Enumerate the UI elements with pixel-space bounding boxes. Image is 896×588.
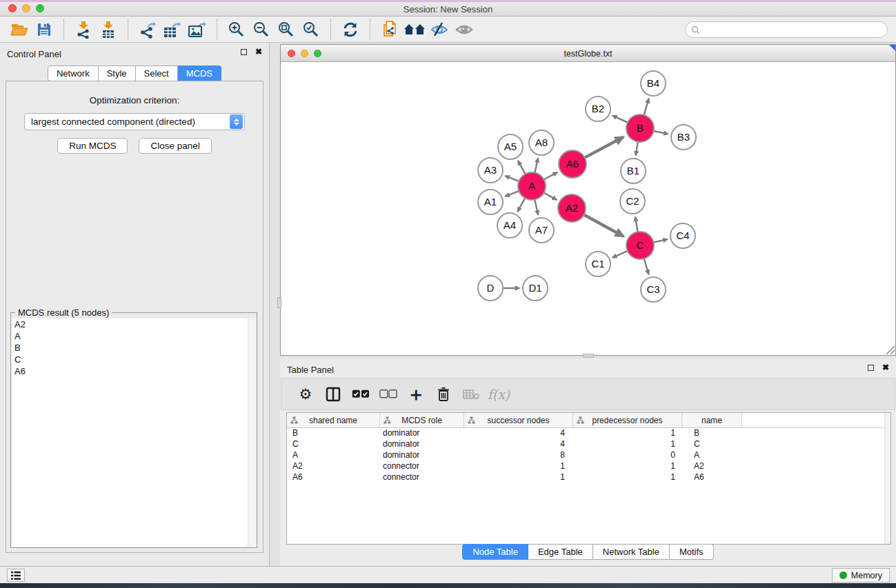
table-row[interactable]: Bdominator41B [287,428,890,439]
graph-edge-C-C3[interactable] [644,258,649,274]
mcds-result-item[interactable]: C [12,354,256,365]
zoom-fit-icon[interactable] [274,19,299,40]
graph-edge-B-B3[interactable] [654,131,668,134]
graph-node-D1[interactable]: D1 [523,276,548,301]
table-cell[interactable]: 1 [464,461,573,472]
table-cell[interactable]: dominator [380,439,464,450]
export-table-icon[interactable] [160,19,185,40]
node-table[interactable]: shared nameMCDS rolesuccessor nodesprede… [286,412,891,545]
zoom-selected-icon[interactable] [299,19,323,40]
graph-edge-A-A5[interactable] [518,161,526,174]
column-header-predecessor-nodes[interactable]: predecessor nodes [573,413,682,427]
graph-edge-A6-B[interactable] [585,137,624,158]
unselect-all-columns-icon[interactable] [377,383,400,406]
maximize-corner-icon[interactable] [889,45,895,51]
graph-node-B[interactable]: B [626,114,654,142]
table-row[interactable]: A6connector11A6 [287,472,890,483]
graph-edge-A-A7[interactable] [535,200,538,215]
graph-edge-A-A3[interactable] [505,176,519,181]
open-session-button[interactable] [7,19,32,40]
show-all-icon[interactable] [452,19,477,40]
table-cell[interactable]: connector [380,461,464,472]
graph-node-A[interactable]: A [518,172,546,200]
graph-node-D[interactable]: D [478,276,503,301]
function-builder-icon[interactable]: f(x) [487,383,510,406]
close-panel-icon[interactable]: ✖ [255,49,262,55]
run-mcds-button[interactable]: Run MCDS [57,138,128,154]
graph-edge-A2-C[interactable] [584,215,624,236]
table-cell[interactable]: C [682,439,742,450]
network-window-titlebar[interactable]: testGlobe.txt [281,45,895,62]
graph-node-B4[interactable]: B4 [641,71,666,96]
optimization-criterion-select[interactable]: largest connected component (directed) [24,113,245,130]
graph-edge-A-A8[interactable] [535,158,538,172]
import-network-icon[interactable] [71,19,96,40]
table-cell[interactable]: A2 [682,461,742,472]
splitter-handle[interactable] [583,354,594,358]
network-canvas[interactable]: B4B2BB3A8A5A6A3B1AC2A1A2A4A7C4CC1DD1C3 [281,62,895,355]
table-cell[interactable]: 1 [573,461,682,472]
refresh-view-icon[interactable] [338,19,363,40]
hide-selected-icon[interactable] [427,19,452,40]
export-network-icon[interactable] [135,19,160,40]
graph-node-A6[interactable]: A6 [559,150,586,178]
search-input[interactable] [703,25,887,34]
float-panel-icon[interactable] [868,365,874,371]
resize-grip[interactable] [886,346,895,354]
tab-style[interactable]: Style [99,65,136,81]
mcds-result-item[interactable]: B [12,342,256,354]
table-cell[interactable]: 0 [573,450,682,461]
close-panel-icon[interactable]: ✖ [882,365,889,371]
column-header-shared-name[interactable]: shared name [287,413,380,427]
graph-edge-B-B4[interactable] [644,99,649,115]
table-cell[interactable]: B [287,428,380,439]
table-cell[interactable]: dominator [380,450,464,461]
table-cell[interactable]: A6 [287,472,380,483]
graph-edge-C-C4[interactable] [654,239,668,243]
graph-node-A7[interactable]: A7 [529,218,554,243]
graph-node-A5[interactable]: A5 [498,134,523,159]
search-box[interactable] [685,21,888,38]
tab-select[interactable]: Select [136,65,178,81]
tab-edge-table[interactable]: Edge Table [528,544,593,560]
delete-columns-icon[interactable] [432,383,455,406]
graph-node-A3[interactable]: A3 [478,158,503,183]
graph-node-B2[interactable]: B2 [586,97,610,121]
table-cell[interactable]: 1 [464,472,573,483]
column-header-successor-nodes[interactable]: successor nodes [464,413,573,427]
tab-mcds[interactable]: MCDS [178,65,221,81]
graph-edge-A-A6[interactable] [544,172,558,180]
export-image-icon[interactable] [185,19,210,40]
table-settings-icon[interactable]: ⚙ [294,383,317,406]
graph-edge-C-C2[interactable] [635,217,638,232]
table-cell[interactable]: A [287,450,380,461]
toggle-column-view-icon[interactable] [321,383,345,406]
table-cell[interactable]: A2 [287,461,380,472]
table-cell[interactable]: dominator [380,428,464,439]
graph-node-B3[interactable]: B3 [671,125,696,150]
table-cell[interactable]: 1 [573,472,682,483]
table-cell[interactable]: 8 [464,450,573,461]
table-cell[interactable]: A [682,450,742,461]
graph-node-C[interactable]: C [626,232,654,259]
delete-table-icon[interactable] [459,383,483,406]
mcds-result-item[interactable]: A6 [12,365,256,377]
table-cell[interactable]: 4 [464,439,573,450]
table-cell[interactable]: C [287,439,380,450]
table-cell[interactable]: 4 [464,428,573,439]
create-new-column-icon[interactable]: ＋ [404,383,428,406]
graph-node-C3[interactable]: C3 [641,277,666,302]
zoom-in-icon[interactable] [224,19,249,40]
scrollbar-track[interactable] [884,413,890,544]
memory-button[interactable]: Memory [832,568,890,582]
tab-motifs[interactable]: Motifs [670,544,714,560]
first-neighbors-icon[interactable] [402,19,427,40]
scrollbar-track[interactable] [248,318,256,547]
tab-node-table[interactable]: Node Table [462,544,528,560]
close-panel-button[interactable]: Close panel [139,138,211,154]
column-header-name[interactable]: name [682,413,742,427]
new-network-from-selection-icon[interactable] [377,19,402,40]
select-all-columns-icon[interactable] [349,383,372,406]
table-cell[interactable]: connector [380,472,464,483]
tab-network-table[interactable]: Network Table [593,544,670,560]
